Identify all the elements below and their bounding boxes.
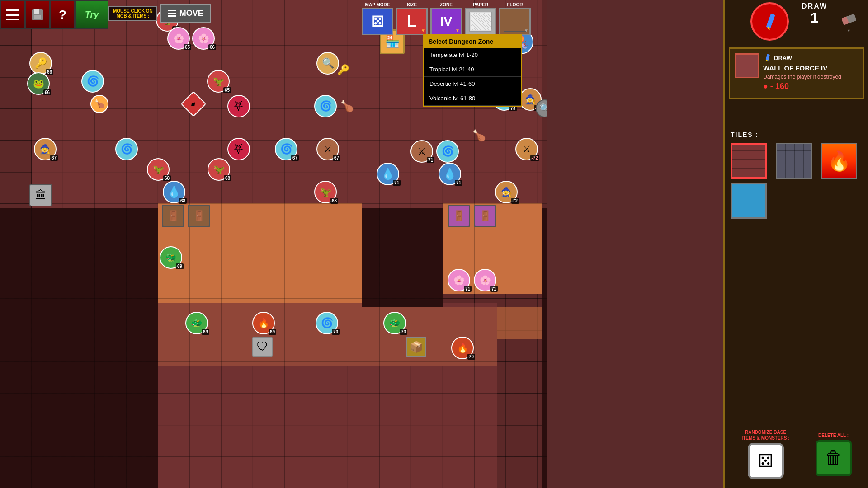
mob-blob-2[interactable]: 💧 71 <box>439 163 461 185</box>
mob-orc-71[interactable]: ⚔ 71 <box>410 140 433 163</box>
zone-dropdown[interactable]: Select Dungeon Zone Temperate lvl 1-20 T… <box>423 34 522 107</box>
svg-rect-5 <box>34 15 41 19</box>
mob-spinner-71[interactable]: 🌀 <box>436 140 459 163</box>
tile-water[interactable] <box>731 183 767 219</box>
mob-toad-center[interactable]: 🦖 65 <box>207 70 230 93</box>
mob-gate-3[interactable]: 🚪 <box>448 205 470 227</box>
tile-gray-stone[interactable] <box>776 143 812 179</box>
mob-orc-67[interactable]: ⚔ 67 <box>316 138 339 160</box>
mob-pink-71a[interactable]: 🌸 71 <box>448 269 470 291</box>
pencil-tool-button[interactable] <box>750 2 789 41</box>
help-button[interactable]: ? <box>50 0 75 29</box>
move-button[interactable]: MOVE <box>160 4 211 23</box>
mob-toad-70[interactable]: 🐲 70 <box>383 312 406 334</box>
right-panel: DRAW 1 ▼ DRAW <box>723 0 868 488</box>
action-bar: MOUSE CLICK ON MOB & ITEMS : MOVE <box>108 4 211 23</box>
mob-toad-green[interactable]: 🐸 66 <box>27 72 50 95</box>
try-button[interactable]: Try <box>75 0 108 29</box>
mob-warrior-72b[interactable]: 🧙 72 <box>495 181 518 203</box>
mob-key-2[interactable]: 🔑 <box>321 52 339 70</box>
delete-section: DELETE ALL : 🗑 <box>816 432 852 476</box>
mob-pentagram-1[interactable]: ⛧ <box>227 95 250 117</box>
zone-option-tropical[interactable]: Tropical lvl 21-40 <box>424 62 521 77</box>
eraser-tool-button[interactable]: ▼ <box>834 5 863 38</box>
randomize-label: RANDOMIZE BASEITEMS & MONSTERS : <box>741 429 789 441</box>
mob-toad-69b[interactable]: 🐲 69 <box>185 312 208 334</box>
mob-pink-71b[interactable]: 🌸 71 <box>474 269 496 291</box>
randomize-section: RANDOMIZE BASEITEMS & MONSTERS : ⚄ <box>741 429 789 479</box>
mob-slime-68[interactable]: 💧 68 <box>163 181 185 203</box>
size-mode-col: SIZE L ▼ <box>396 2 428 35</box>
menu-button[interactable] <box>0 0 25 29</box>
mob-fire-70[interactable]: 🔥 70 <box>451 337 474 359</box>
mob-pentagram-2[interactable]: ⛧ <box>227 138 250 160</box>
svg-rect-1 <box>6 14 19 16</box>
map-mode-button[interactable]: ⚄ <box>362 8 393 35</box>
save-button[interactable] <box>25 0 50 29</box>
wof-panel: DRAW WALL OF FORCE IV Damages the player… <box>729 47 864 99</box>
tiles-grid: 🔥 <box>731 143 863 219</box>
bottom-actions: RANDOMIZE BASEITEMS & MONSTERS : ⚄ DELET… <box>729 429 864 479</box>
size-mode-button[interactable]: L ▼ <box>396 8 428 35</box>
mob-slime-2[interactable]: 🌸 66 <box>192 27 215 50</box>
paper-mode-col: PAPER ▼ <box>465 2 496 35</box>
zone-option-volcanic[interactable]: Volcanic lvl 61-80 <box>424 91 521 106</box>
ui-magnifier[interactable]: 🔍 <box>536 99 547 117</box>
delete-all-button[interactable]: 🗑 <box>816 440 852 476</box>
zone-option-temperate[interactable]: Temperate lvl 1-20 <box>424 48 521 62</box>
item-shield[interactable]: 🛡 <box>252 337 273 357</box>
svg-rect-0 <box>6 9 19 11</box>
svg-rect-10 <box>766 54 770 61</box>
svg-rect-4 <box>34 9 39 14</box>
randomize-dice-button[interactable]: ⚄ <box>748 443 784 479</box>
title-icons-bar: ? Try <box>0 0 108 32</box>
tile-red-stone[interactable] <box>731 143 767 179</box>
draw-counter: DRAW 1 <box>802 2 827 25</box>
zone-option-desertic[interactable]: Desertic lvl 41-60 <box>424 77 521 91</box>
eraser-icon <box>840 10 858 28</box>
pencil-icon <box>760 12 780 32</box>
svg-rect-6 <box>766 13 775 28</box>
mob-spinner-3[interactable]: 🌀 <box>115 138 138 160</box>
mode-bar: MAP MODE ⚄ SIZE L ▼ ZONE IV ▼ PAPER ▼ FL… <box>362 2 531 35</box>
delete-label: DELETE ALL : <box>818 432 849 438</box>
mob-green-69[interactable]: 🐲 69 <box>160 246 182 269</box>
mob-slime-1[interactable]: 🌸 65 <box>167 27 190 50</box>
mob-toad-68b[interactable]: 🦖 68 <box>208 158 230 181</box>
mouse-info: MOUSE CLICK ON MOB & ITEMS : <box>108 6 157 21</box>
mob-gate-2[interactable]: 🚪 <box>188 205 210 227</box>
mob-slime-68b[interactable]: 🦖 68 <box>314 181 337 203</box>
mob-gate-1[interactable]: 🚪 <box>162 205 184 227</box>
floor-mode-button[interactable]: ▼ <box>499 8 531 35</box>
mob-spinner-70[interactable]: 🌀 70 <box>316 312 338 334</box>
mob-toad-68[interactable]: 🦖 68 <box>147 158 170 181</box>
item-chicken: 🍗 <box>338 97 356 115</box>
mob-key[interactable]: 🔑 66 <box>29 52 52 75</box>
mob-fire-69[interactable]: 🔥 69 <box>252 312 275 334</box>
zone-mode-col: ZONE IV ▼ <box>430 2 462 35</box>
tile-fire[interactable]: 🔥 <box>821 143 857 179</box>
item-chest[interactable]: 📦 <box>406 337 426 357</box>
mob-spinner-2[interactable]: 🌀 <box>314 95 337 117</box>
item-chicken-2: 🍗 <box>470 127 488 145</box>
svg-rect-2 <box>6 19 19 20</box>
tiles-section: TILES : 🔥 <box>731 131 863 219</box>
draw-pencil-icon <box>763 53 772 62</box>
zone-mode-button[interactable]: IV ▼ <box>430 8 462 35</box>
mob-warrior-72[interactable]: ⚔ -72 <box>515 138 538 160</box>
mob-item-1[interactable]: 🍗 <box>90 95 108 113</box>
paper-mode-button[interactable]: ▼ <box>465 8 496 35</box>
mob-blob[interactable]: 💧 71 <box>377 163 399 185</box>
mob-spinner-67[interactable]: 🌀 67 <box>275 138 297 160</box>
action-buttons-row: RANDOMIZE BASEITEMS & MONSTERS : ⚄ DELET… <box>729 429 864 479</box>
zone-dropdown-header: Select Dungeon Zone <box>424 35 521 48</box>
map-mode-col: MAP MODE ⚄ <box>362 2 393 35</box>
item-red-diamond[interactable]: ♦ <box>184 95 203 113</box>
floor-mode-col: FLOOR ▼ <box>499 2 531 35</box>
item-building[interactable]: 🏛 <box>29 184 52 206</box>
mob-spinner-1[interactable]: 🌀 <box>81 70 104 93</box>
mob-warrior-67[interactable]: 🧙 67 <box>34 138 57 160</box>
mob-gate-4[interactable]: 🚪 <box>474 205 496 227</box>
